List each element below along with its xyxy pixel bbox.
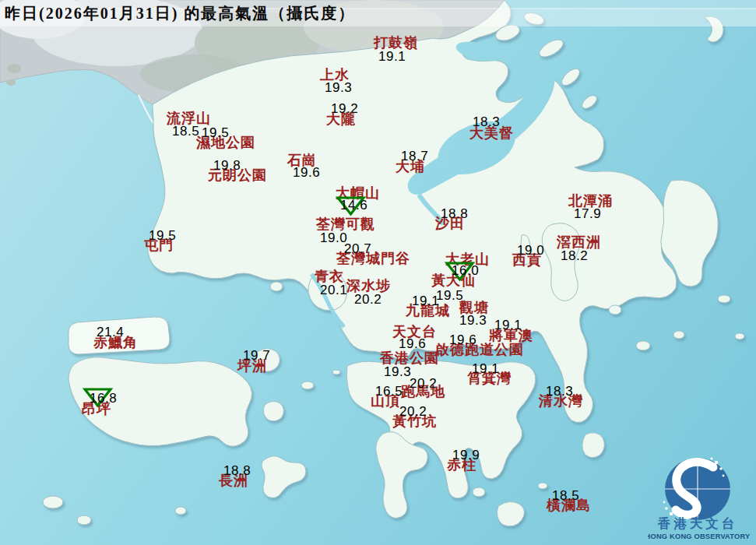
station-temp-value: 19.1 [494,318,522,332]
station-temp-value: 19.7 [243,349,270,362]
stations-layer: 打鼓嶺19.1上水19.3大隴19.2流浮山18.5濕地公園19.5元朗公園19… [0,0,756,545]
station-temp-value: 18.3 [473,115,500,128]
map-title: 昨日(2026年01月31日) 的最高氣溫（攝氏度） [5,3,355,24]
station-temp-value: 19.5 [436,289,463,302]
station-name-label: 打鼓嶺 [374,36,418,50]
station-temp-value: 19.3 [384,365,411,378]
station-temp-value: 19.0 [517,244,544,257]
station-temp-value: 19.2 [331,102,358,115]
station-temp-value: 19.8 [213,159,241,172]
station-temp-value: 18.3 [546,385,573,398]
station-temp-value: 19.5 [202,126,229,139]
station-temp-value: 16.5 [375,385,403,398]
station-name-label: 滘西洲 [557,235,601,249]
station-temp-value: 20.7 [344,242,371,255]
station-name-label: 荃灣可觀 [316,217,375,231]
station-temp-value: 21.4 [97,325,124,339]
hko-logo-chinese: 香港天文台 [657,516,738,531]
station-temp-value: 19.6 [293,166,320,179]
hko-logo: 香港天文台 HONG KONG OBSERVATORY [648,450,756,545]
weather-map-page: 昨日(2026年01月31日) 的最高氣溫（攝氏度） 打鼓嶺19.1上水19.3… [0,0,756,545]
station-temp-value: 20.2 [399,405,427,418]
station-temp-value: 20.1 [320,283,347,297]
station-temp-value: 17.9 [574,207,601,220]
station-temp-value: 19.0 [320,231,347,244]
station-temp-value: 18.2 [561,249,588,262]
station-temp-value: 19.5 [149,229,176,242]
station-temp-value: 14.6 [340,199,367,212]
hko-logo-english: HONG KONG OBSERVATORY [648,533,751,540]
station-name-label: 香港公園 [380,351,439,365]
station-temp-value: 16.0 [452,264,479,277]
station-temp-value: 19.6 [399,337,426,350]
station-temp-value: 19.1 [378,50,406,63]
station-temp-value: 18.5 [552,489,579,502]
station-name-label: 青衣 [315,269,344,283]
station-temp-value: 19.1 [472,362,499,375]
station-temp-value: 19.3 [325,81,352,94]
station-name-label: 深水埗 [346,279,391,293]
station-temp-value: 18.5 [172,125,199,138]
station-temp-value: 19.9 [452,448,480,462]
station-temp-value: 20.2 [354,293,382,306]
station-temp-value: 18.8 [223,464,251,477]
station-temp-value: 16.8 [90,392,117,405]
station-temp-value: 19.3 [459,314,487,327]
station-temp-value: 19.1 [412,294,439,308]
station-temp-value: 19.6 [449,333,476,346]
station-temp-value: 20.2 [410,377,437,390]
station-temp-value: 18.7 [401,149,428,163]
station-temp-value: 18.8 [441,207,468,220]
